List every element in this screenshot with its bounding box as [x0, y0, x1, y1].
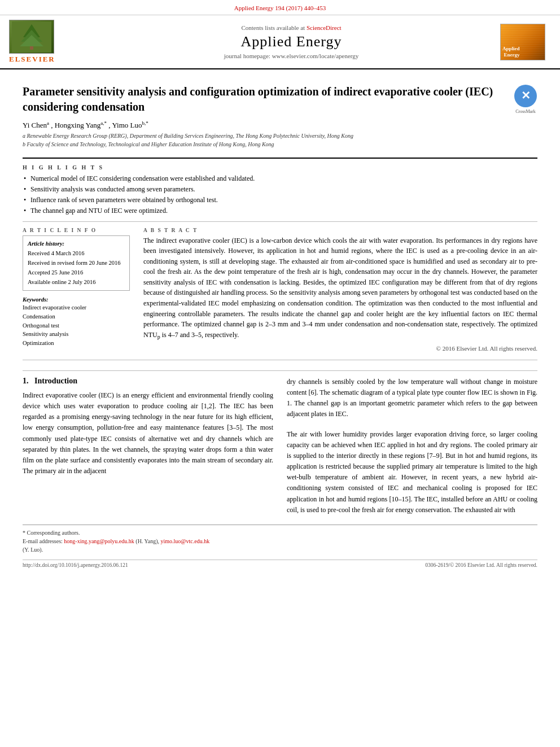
article-info-header: A R T I C L E I N F O	[23, 228, 130, 233]
email1-link[interactable]: hong-xing.yang@polyu.edu.hk	[64, 538, 134, 544]
crossmark-label: CrossMark	[515, 109, 536, 114]
section-name: Introduction	[34, 377, 77, 385]
intro-left-para1: Indirect evaporative cooler (IEC) is an …	[23, 390, 273, 477]
journal-homepage: journal homepage: www.elsevier.com/locat…	[82, 53, 500, 59]
footer-doi: http://dx.doi.org/10.1016/j.apenergy.201…	[23, 562, 128, 568]
keywords-label: Keywords:	[23, 296, 130, 303]
author2-sup: a,*	[100, 120, 107, 126]
footnote-email: E-mail addresses: hong-xing.yang@polyu.e…	[23, 537, 537, 545]
abstract-header: A B S T R A C T	[143, 228, 537, 233]
article-title-section: Parameter sensitivity analysis and confi…	[23, 84, 537, 153]
highlights-list: Numerical model of IEC considering conde…	[23, 174, 537, 215]
author2-name: , Hongxing Yang	[51, 121, 100, 129]
highlight-item-1: Numerical model of IEC considering conde…	[23, 174, 537, 184]
footnote-area: * Corresponding authors. E-mail addresse…	[23, 525, 537, 554]
affiliations: a Renewable Energy Research Group (RERG)…	[23, 132, 507, 148]
footnote-corresponding: * Corresponding authors.	[23, 528, 537, 537]
abstract-body-2: is 4–7 and 3–5, respectively.	[160, 331, 239, 339]
article-history-label: Article history:	[28, 239, 125, 248]
journal-title: Applied Energy	[82, 33, 500, 50]
author3-sup: b,*	[142, 120, 148, 126]
journal-ref-link[interactable]: Applied Energy 194 (2017) 440–453	[234, 5, 326, 11]
revised-line: Received in revised form 20 June 2016	[28, 259, 125, 268]
intro-right-para1: dry channels is sensibly cooled by the l…	[287, 377, 537, 420]
keyword-2: Condensation	[23, 313, 130, 321]
intro-two-col: 1. Introduction Indirect evaporative coo…	[23, 377, 537, 516]
applied-energy-logo-area: AppliedEnergy	[500, 24, 551, 60]
keyword-3: Orthogonal test	[23, 322, 130, 330]
elsevier-tree-image	[9, 20, 54, 54]
section-number: 1.	[23, 377, 29, 385]
journal-header: ELSEVIER Contents lists available at Sci…	[0, 15, 560, 69]
introduction-section: 1. Introduction Indirect evaporative coo…	[23, 370, 537, 568]
highlight-item-4: The channel gap and NTU of IEC were opti…	[23, 206, 537, 216]
affiliation-a: a Renewable Energy Research Group (RERG)…	[23, 132, 507, 140]
author1-sup: a	[47, 120, 49, 126]
abstract-body: The indirect evaporative cooler (IEC) is…	[143, 237, 537, 339]
section-1-title: 1. Introduction	[23, 377, 273, 386]
footer-issn: 0306-2619/© 2016 Elsevier Ltd. All right…	[425, 562, 537, 568]
page-content: Parameter sensitivity analysis and confi…	[0, 69, 560, 579]
title-divider	[23, 158, 537, 159]
highlights-header: H I G H L I G H T S	[23, 164, 537, 171]
highlights-divider	[23, 221, 537, 222]
intro-left-col: 1. Introduction Indirect evaporative coo…	[23, 377, 273, 516]
affiliation-b: b Faculty of Science and Technology, Tec…	[23, 141, 507, 148]
crossmark-container[interactable]: ✕ CrossMark	[514, 84, 537, 114]
keyword-1: Indirect evaporative cooler	[23, 304, 130, 312]
highlight-item-3: Influence rank of seven parameters were …	[23, 195, 537, 205]
journal-center-header: Contents lists available at ScienceDirec…	[82, 24, 500, 59]
ae-logo-box: AppliedEnergy	[500, 24, 545, 60]
page-footer: http://dx.doi.org/10.1016/j.apenergy.201…	[23, 560, 537, 568]
keyword-5: Optimization	[23, 339, 130, 348]
elsevier-wordmark: ELSEVIER	[9, 55, 55, 64]
abstract-col: A B S T R A C T The indirect evaporative…	[143, 228, 537, 352]
article-info-abstract: A R T I C L E I N F O Article history: R…	[23, 228, 537, 352]
email2-link[interactable]: yimo.luo@vtc.edu.hk	[160, 538, 209, 544]
authors-line: Yi Chena , Hongxing Yanga,* , Yimo Luob,…	[23, 120, 507, 130]
article-info-col: A R T I C L E I N F O Article history: R…	[23, 228, 130, 352]
email-label: E-mail addresses:	[23, 538, 63, 544]
author1-name: Yi Chen	[23, 121, 47, 129]
abstract-text: The indirect evaporative cooler (IEC) is…	[143, 235, 537, 342]
copyright-line: © 2016 Elsevier Ltd. All rights reserved…	[143, 345, 537, 352]
article-title-text: Parameter sensitivity analysis and confi…	[23, 84, 507, 153]
keyword-4: Sensitivity analysis	[23, 330, 130, 339]
article-info-box: Article history: Received 4 March 2016 R…	[23, 235, 130, 291]
highlight-item-2: Sensitivity analysis was conducted among…	[23, 185, 537, 194]
article-title: Parameter sensitivity analysis and confi…	[23, 84, 507, 115]
author3-name: , Yimo Luo	[108, 121, 142, 129]
highlights-section: H I G H L I G H T S Numerical model of I…	[23, 164, 537, 215]
accepted-line: Accepted 25 June 2016	[28, 268, 125, 277]
available-line: Available online 2 July 2016	[28, 278, 125, 287]
keywords-box: Keywords: Indirect evaporative cooler Co…	[23, 296, 130, 347]
contents-available-line: Contents lists available at ScienceDirec…	[82, 24, 500, 31]
top-bar: Applied Energy 194 (2017) 440–453	[0, 0, 560, 15]
elsevier-logo-area: ELSEVIER	[9, 20, 82, 64]
crossmark-icon: ✕	[514, 84, 537, 108]
footnote-email2-person: (Y. Luo).	[23, 545, 537, 554]
intro-right-col: dry channels is sensibly cooled by the l…	[287, 377, 537, 516]
ae-logo-text: AppliedEnergy	[502, 46, 520, 58]
email1-person: (H. Yang),	[135, 538, 159, 544]
abstract-divider	[23, 360, 537, 360]
sciencedirect-link[interactable]: ScienceDirect	[307, 24, 342, 31]
svg-text:✕: ✕	[521, 89, 531, 102]
received-line: Received 4 March 2016	[28, 249, 125, 258]
elsevier-logo: ELSEVIER	[9, 20, 82, 64]
intro-right-para2: The air with lower humidity provides lar…	[287, 429, 537, 516]
